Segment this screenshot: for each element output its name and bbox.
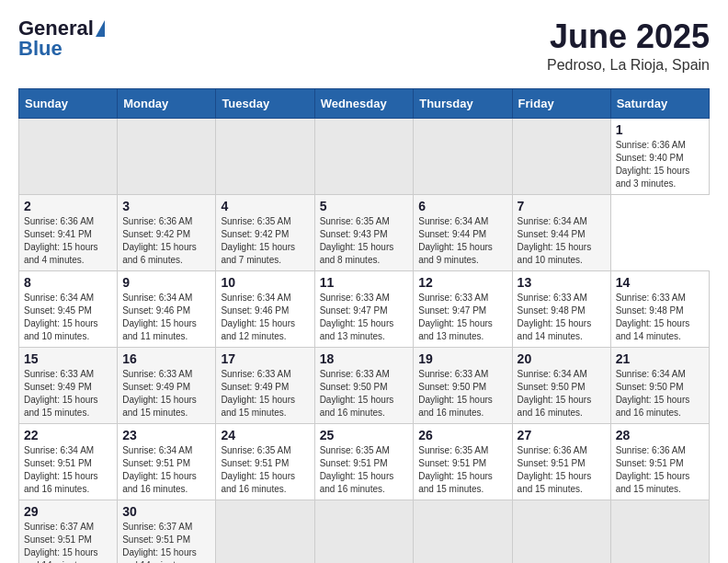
calendar-cell: 4Sunrise: 6:35 AMSunset: 9:42 PMDaylight… <box>216 194 314 270</box>
month-title: June 2025 <box>547 18 710 55</box>
day-number: 24 <box>221 428 309 442</box>
day-info: Sunrise: 6:33 AMSunset: 9:47 PMDaylight:… <box>320 292 409 343</box>
day-info: Sunrise: 6:36 AMSunset: 9:42 PMDaylight:… <box>122 215 210 267</box>
calendar-header-friday: Friday <box>512 88 610 118</box>
day-number: 12 <box>418 275 506 290</box>
calendar-cell: 10Sunrise: 6:34 AMSunset: 9:46 PMDayligh… <box>216 270 314 347</box>
day-info: Sunrise: 6:37 AMSunset: 9:51 PMDaylight:… <box>24 521 112 563</box>
day-info: Sunrise: 6:33 AMSunset: 9:48 PMDaylight:… <box>616 292 704 343</box>
day-number: 15 <box>24 351 112 366</box>
day-info: Sunrise: 6:34 AMSunset: 9:51 PMDaylight:… <box>122 444 210 496</box>
day-number: 29 <box>24 504 112 519</box>
calendar-week-row: 8Sunrise: 6:34 AMSunset: 9:45 PMDaylight… <box>19 270 710 347</box>
day-info: Sunrise: 6:36 AMSunset: 9:51 PMDaylight:… <box>518 444 606 496</box>
calendar-header-saturday: Saturday <box>610 88 709 118</box>
day-number: 23 <box>122 428 210 442</box>
calendar-cell: 7Sunrise: 6:34 AMSunset: 9:44 PMDaylight… <box>512 194 610 270</box>
calendar-cell <box>216 118 314 194</box>
day-number: 4 <box>221 199 309 213</box>
day-number: 2 <box>24 199 112 213</box>
day-number: 14 <box>616 275 704 290</box>
day-info: Sunrise: 6:35 AMSunset: 9:42 PMDaylight:… <box>221 215 309 267</box>
day-info: Sunrise: 6:35 AMSunset: 9:51 PMDaylight:… <box>221 444 309 496</box>
day-number: 17 <box>221 351 309 366</box>
calendar-header-sunday: Sunday <box>19 88 118 118</box>
calendar-cell: 30Sunrise: 6:37 AMSunset: 9:51 PMDayligh… <box>118 500 216 563</box>
day-info: Sunrise: 6:33 AMSunset: 9:47 PMDaylight:… <box>418 292 506 343</box>
calendar-cell: 2Sunrise: 6:36 AMSunset: 9:41 PMDaylight… <box>19 194 118 270</box>
calendar-cell: 6Sunrise: 6:34 AMSunset: 9:44 PMDaylight… <box>414 194 512 270</box>
day-number: 13 <box>518 275 606 290</box>
calendar-cell <box>118 118 216 194</box>
logo-triangle-icon <box>96 20 105 37</box>
day-number: 6 <box>418 199 506 213</box>
calendar-cell <box>314 118 414 194</box>
calendar-week-row: 29Sunrise: 6:37 AMSunset: 9:51 PMDayligh… <box>19 500 710 563</box>
day-info: Sunrise: 6:34 AMSunset: 9:50 PMDaylight:… <box>616 368 704 419</box>
day-info: Sunrise: 6:34 AMSunset: 9:44 PMDaylight:… <box>518 215 606 267</box>
calendar-cell: 9Sunrise: 6:34 AMSunset: 9:46 PMDaylight… <box>118 270 216 347</box>
location-title: Pedroso, La Rioja, Spain <box>547 57 710 74</box>
calendar-table: SundayMondayTuesdayWednesdayThursdayFrid… <box>18 88 710 563</box>
day-number: 16 <box>122 351 210 366</box>
day-info: Sunrise: 6:33 AMSunset: 9:50 PMDaylight:… <box>320 368 409 419</box>
page-header: General Blue June 2025 Pedroso, La Rioja… <box>18 18 710 74</box>
calendar-week-row: 2Sunrise: 6:36 AMSunset: 9:41 PMDaylight… <box>19 194 710 270</box>
calendar-cell <box>512 118 610 194</box>
day-number: 22 <box>24 428 112 442</box>
calendar-week-row: 22Sunrise: 6:34 AMSunset: 9:51 PMDayligh… <box>19 423 710 500</box>
day-number: 28 <box>616 428 704 442</box>
day-number: 1 <box>616 122 704 137</box>
calendar-week-row: 15Sunrise: 6:33 AMSunset: 9:49 PMDayligh… <box>19 347 710 423</box>
calendar-cell: 5Sunrise: 6:35 AMSunset: 9:43 PMDaylight… <box>314 194 414 270</box>
calendar-cell: 28Sunrise: 6:36 AMSunset: 9:51 PMDayligh… <box>610 423 709 500</box>
calendar-cell: 12Sunrise: 6:33 AMSunset: 9:47 PMDayligh… <box>414 270 512 347</box>
calendar-cell: 29Sunrise: 6:37 AMSunset: 9:51 PMDayligh… <box>19 500 118 563</box>
day-info: Sunrise: 6:35 AMSunset: 9:43 PMDaylight:… <box>320 215 409 267</box>
day-number: 11 <box>320 275 409 290</box>
day-number: 30 <box>122 504 210 519</box>
day-info: Sunrise: 6:34 AMSunset: 9:50 PMDaylight:… <box>518 368 606 419</box>
day-number: 25 <box>320 428 409 442</box>
day-number: 8 <box>24 275 112 290</box>
day-number: 3 <box>122 199 210 213</box>
calendar-cell: 15Sunrise: 6:33 AMSunset: 9:49 PMDayligh… <box>19 347 118 423</box>
logo: General Blue <box>18 18 105 59</box>
day-info: Sunrise: 6:34 AMSunset: 9:46 PMDaylight:… <box>122 292 210 343</box>
day-info: Sunrise: 6:35 AMSunset: 9:51 PMDaylight:… <box>418 444 506 496</box>
day-number: 26 <box>418 428 506 442</box>
calendar-week-row: 1Sunrise: 6:36 AMSunset: 9:40 PMDaylight… <box>19 118 710 194</box>
day-number: 19 <box>418 351 506 366</box>
day-number: 20 <box>518 351 606 366</box>
logo-blue-text: Blue <box>18 39 63 59</box>
day-info: Sunrise: 6:33 AMSunset: 9:50 PMDaylight:… <box>418 368 506 419</box>
calendar-cell: 21Sunrise: 6:34 AMSunset: 9:50 PMDayligh… <box>610 347 709 423</box>
calendar-cell: 26Sunrise: 6:35 AMSunset: 9:51 PMDayligh… <box>414 423 512 500</box>
day-number: 27 <box>518 428 606 442</box>
calendar-header-thursday: Thursday <box>414 88 512 118</box>
calendar-header-row: SundayMondayTuesdayWednesdayThursdayFrid… <box>19 88 710 118</box>
calendar-cell <box>314 500 414 563</box>
day-number: 7 <box>518 199 606 213</box>
calendar-header-wednesday: Wednesday <box>314 88 414 118</box>
calendar-cell <box>19 118 118 194</box>
day-info: Sunrise: 6:36 AMSunset: 9:51 PMDaylight:… <box>616 444 704 496</box>
calendar-cell: 20Sunrise: 6:34 AMSunset: 9:50 PMDayligh… <box>512 347 610 423</box>
calendar-cell: 27Sunrise: 6:36 AMSunset: 9:51 PMDayligh… <box>512 423 610 500</box>
calendar-cell: 19Sunrise: 6:33 AMSunset: 9:50 PMDayligh… <box>414 347 512 423</box>
calendar-cell: 3Sunrise: 6:36 AMSunset: 9:42 PMDaylight… <box>118 194 216 270</box>
calendar-cell: 14Sunrise: 6:33 AMSunset: 9:48 PMDayligh… <box>610 270 709 347</box>
calendar-cell: 24Sunrise: 6:35 AMSunset: 9:51 PMDayligh… <box>216 423 314 500</box>
calendar-cell: 25Sunrise: 6:35 AMSunset: 9:51 PMDayligh… <box>314 423 414 500</box>
calendar-cell: 1Sunrise: 6:36 AMSunset: 9:40 PMDaylight… <box>610 118 709 194</box>
calendar-cell <box>512 500 610 563</box>
calendar-cell: 22Sunrise: 6:34 AMSunset: 9:51 PMDayligh… <box>19 423 118 500</box>
calendar-cell <box>414 118 512 194</box>
day-info: Sunrise: 6:34 AMSunset: 9:45 PMDaylight:… <box>24 292 112 343</box>
day-info: Sunrise: 6:34 AMSunset: 9:51 PMDaylight:… <box>24 444 112 496</box>
calendar-cell: 13Sunrise: 6:33 AMSunset: 9:48 PMDayligh… <box>512 270 610 347</box>
day-info: Sunrise: 6:33 AMSunset: 9:49 PMDaylight:… <box>24 368 112 419</box>
calendar-cell <box>216 500 314 563</box>
day-number: 9 <box>122 275 210 290</box>
logo-general-text: General <box>18 18 94 39</box>
